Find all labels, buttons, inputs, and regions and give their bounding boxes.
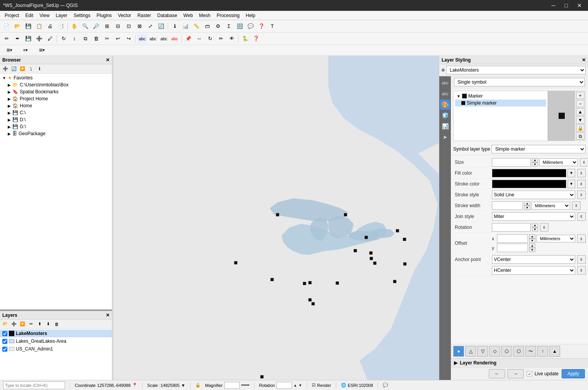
- menu-raster[interactable]: Raster: [134, 12, 154, 19]
- extra-btn[interactable]: ⊞▾: [34, 45, 50, 55]
- label-btn-4[interactable]: abc: [170, 34, 180, 44]
- layers-down-btn[interactable]: ⬇: [44, 320, 52, 328]
- cut-button[interactable]: ✂: [102, 34, 112, 44]
- current-edits-button[interactable]: ✏: [2, 34, 12, 44]
- stroke-color-swatch[interactable]: [492, 180, 566, 188]
- help-button[interactable]: ❓: [256, 21, 266, 31]
- settings-button[interactable]: ⚙: [213, 21, 223, 31]
- digitize-button[interactable]: 🖊: [45, 34, 55, 44]
- menu-vector[interactable]: Vector: [115, 12, 134, 19]
- styling-close-icon[interactable]: ✕: [582, 57, 586, 63]
- join-style-expr-btn[interactable]: ε: [577, 212, 586, 221]
- size-input[interactable]: 2.000000: [492, 158, 531, 167]
- pan-map-button[interactable]: ⤢: [145, 21, 155, 31]
- move-feature-button[interactable]: ↕: [69, 34, 79, 44]
- shape-circle-btn[interactable]: ●: [453, 346, 464, 357]
- identify-button[interactable]: ℹ: [170, 21, 180, 31]
- layers-up-btn[interactable]: ⬆: [36, 320, 43, 328]
- stroke-width-up-btn[interactable]: ▲: [524, 201, 530, 206]
- menu-plugins[interactable]: Plugins: [93, 12, 115, 19]
- shape-scroll-btn[interactable]: ▲: [549, 346, 560, 357]
- shape-diamond-btn[interactable]: ◇: [489, 346, 500, 357]
- rotate-button[interactable]: ↻: [58, 34, 69, 44]
- layer-select-dropdown[interactable]: LakeMonsters: [446, 66, 586, 74]
- size-up-btn[interactable]: ▲: [532, 158, 538, 162]
- tree-favorites[interactable]: ▼ ★ Favorites: [0, 74, 112, 81]
- save-edits-button[interactable]: 💾: [23, 34, 33, 44]
- layers-edit-btn[interactable]: ✏: [27, 320, 35, 328]
- save-as-button[interactable]: 📋: [34, 21, 44, 31]
- rotation-down-btn[interactable]: ▼: [532, 227, 538, 232]
- copy-feature-button[interactable]: ⧉: [80, 34, 90, 44]
- layer-checkbox-admin[interactable]: [2, 347, 7, 352]
- rotation-down-btn[interactable]: ▼: [299, 383, 302, 387]
- symbol-tree-simple-marker[interactable]: Simple marker: [455, 100, 546, 107]
- menu-view[interactable]: View: [36, 12, 53, 19]
- select-button[interactable]: 📊: [181, 21, 191, 31]
- pan-button[interactable]: ✋: [69, 21, 79, 31]
- annotation-button[interactable]: 💬: [246, 21, 256, 31]
- rotation-input-status[interactable]: 0.0 °: [277, 382, 292, 389]
- close-button[interactable]: ✕: [574, 2, 585, 9]
- window-controls[interactable]: ─ □ ✕: [548, 2, 585, 9]
- help2-button[interactable]: ❓: [251, 34, 261, 44]
- offset-x-down-btn[interactable]: ▼: [529, 239, 535, 243]
- live-update-checkbox[interactable]: ✓: [527, 371, 532, 376]
- menu-settings[interactable]: Settings: [70, 12, 93, 19]
- rotation-input[interactable]: 0.00 °: [492, 223, 531, 232]
- anchor-vcenter-select[interactable]: VCenter: [492, 255, 575, 264]
- label-btn-2[interactable]: abc: [148, 34, 158, 44]
- fill-color-expr-btn[interactable]: ε: [577, 169, 586, 177]
- browser-refresh-btn[interactable]: 🔄: [10, 65, 18, 73]
- tab-abc-2[interactable]: abc: [440, 89, 450, 99]
- layers-close-icon[interactable]: ✕: [106, 313, 110, 318]
- layer-row-greatlakes[interactable]: Lakes_GreatLakes-Area: [0, 337, 112, 345]
- shape-triangle-down-btn[interactable]: ▽: [477, 346, 488, 357]
- zoom-native-button[interactable]: ⊠: [134, 21, 144, 31]
- stroke-color-dropdown-btn[interactable]: ▼: [567, 180, 575, 188]
- tab-abc-1[interactable]: abc: [440, 78, 450, 88]
- sym-up-btn[interactable]: ▲: [576, 108, 585, 115]
- stroke-width-expr-btn[interactable]: ε: [572, 201, 581, 210]
- stroke-style-select[interactable]: Solid Line: [492, 191, 575, 199]
- menu-web[interactable]: Web: [180, 12, 196, 19]
- offset-x-input[interactable]: 0.000000: [497, 234, 528, 243]
- stroke-color-expr-btn[interactable]: ε: [577, 180, 586, 188]
- shape-arrow-btn[interactable]: ↑: [537, 346, 548, 357]
- measure-button[interactable]: 📏: [191, 21, 201, 31]
- label-show-button[interactable]: 👁: [227, 34, 237, 44]
- shape-hexagon-btn[interactable]: ⬡: [513, 346, 524, 357]
- zoom-full-button[interactable]: ⊞: [102, 21, 112, 31]
- stroke-style-expr-btn[interactable]: ε: [577, 191, 586, 199]
- search-input[interactable]: [3, 381, 65, 389]
- shape-wave-btn[interactable]: 〜: [525, 346, 536, 357]
- edit-layer-button[interactable]: ✒: [12, 34, 22, 44]
- print-layout-button[interactable]: 📑: [56, 21, 66, 31]
- messages-item[interactable]: 💬: [383, 383, 388, 388]
- align-button[interactable]: ≡▾: [18, 45, 33, 55]
- label-btn-3[interactable]: abc: [159, 34, 169, 44]
- menu-database[interactable]: Database: [154, 12, 180, 19]
- offset-unit-select[interactable]: Millimeters: [536, 235, 575, 242]
- anchor-hcenter-expr-btn[interactable]: ε: [577, 266, 586, 275]
- label-change-button[interactable]: ✏: [216, 34, 226, 44]
- snap-button[interactable]: ⊞▾: [2, 45, 17, 55]
- anchor-hcenter-select[interactable]: HCenter: [492, 266, 575, 275]
- symbol-tree-marker[interactable]: ▼ Marker: [455, 93, 546, 100]
- maximize-button[interactable]: □: [562, 2, 571, 9]
- stroke-width-down-btn[interactable]: ▼: [524, 206, 530, 210]
- rotation-up-btn[interactable]: ▲: [532, 223, 538, 227]
- crs-item[interactable]: 🌐 ESRI:102008: [341, 383, 373, 388]
- layers-add-btn[interactable]: ➕: [10, 320, 18, 328]
- join-style-select[interactable]: Miter: [492, 212, 575, 221]
- layer-row-admin[interactable]: US_CAN_Admin1: [0, 345, 112, 353]
- symbol-layer-type-select[interactable]: Simple marker: [492, 145, 586, 153]
- tab-symbology[interactable]: 🎨: [440, 100, 450, 110]
- calculator-button[interactable]: 🔢: [235, 21, 245, 31]
- back-button[interactable]: ←: [489, 369, 505, 378]
- forward-button[interactable]: →: [507, 369, 524, 378]
- sym-lock-btn[interactable]: 🔒: [576, 124, 585, 132]
- zoom-selection-button[interactable]: ⊟: [113, 21, 123, 31]
- tree-item-box[interactable]: ▶ 📁 C:\Users\mmtobias\Box: [0, 81, 112, 88]
- undo-button[interactable]: ↩: [113, 34, 123, 44]
